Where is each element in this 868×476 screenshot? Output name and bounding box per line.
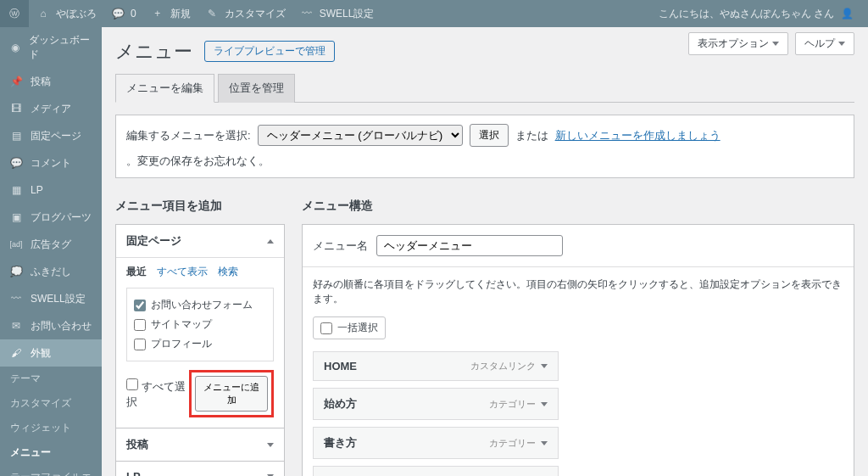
wp-logo[interactable]: ⓦ (0, 0, 29, 27)
subitem-widget[interactable]: ウィジェット (0, 416, 102, 440)
swell-label: SWELL設定 (320, 7, 375, 21)
caret-down-icon (772, 42, 779, 46)
comment-icon: 💬 (110, 6, 125, 21)
new-link[interactable]: +新規 (143, 0, 198, 27)
sidebar-item-contact[interactable]: ✉お問い合わせ (0, 312, 102, 339)
highlight-box: メニューに追加 (189, 370, 274, 417)
page-icon: ▤ (8, 128, 24, 143)
brush-icon: ✎ (204, 6, 220, 21)
add-items-heading: メニュー項目を追加 (115, 199, 285, 214)
sidebar-item-posts[interactable]: 📌投稿 (0, 68, 102, 95)
page-checkbox[interactable] (134, 339, 146, 350)
caret-down-icon[interactable] (541, 402, 548, 406)
panel-pages: 固定ページ 最近 すべて表示 検索 お問い合わせフォーム サイトマップ プロフィ… (116, 225, 284, 428)
tab-manage-locations[interactable]: 位置を管理 (218, 74, 295, 103)
sidebar-item-media[interactable]: 🎞メディア (0, 95, 102, 122)
ad-icon: [ad] (8, 237, 24, 252)
sidebar-item-swell[interactable]: 〰SWELL設定 (0, 285, 102, 312)
screen-options-button[interactable]: 表示オプション (688, 32, 788, 55)
select-all[interactable]: すべて選択 (126, 378, 189, 410)
menu-structure-heading: メニュー構造 (302, 199, 854, 214)
lp-icon: ▦ (8, 182, 24, 198)
swell-icon: 〰 (299, 6, 314, 21)
customize-label: カスタマイズ (225, 7, 286, 21)
select-all-checkbox[interactable] (126, 378, 138, 390)
plus-icon: + (150, 6, 165, 21)
page-checkbox[interactable] (134, 319, 146, 331)
sidebar-item-lp[interactable]: ▦LP (0, 176, 102, 204)
menu-item[interactable]: HOMEカスタムリンク (313, 351, 559, 381)
pages-tab-recent[interactable]: 最近 (126, 265, 147, 279)
add-to-menu-button[interactable]: メニューに追加 (195, 376, 268, 412)
sidebar-item-dashboard[interactable]: ◉ダッシュボード (0, 27, 102, 68)
subitem-customize[interactable]: カスタマイズ (0, 391, 102, 416)
tab-edit-menus[interactable]: メニューを編集 (115, 74, 214, 103)
page-checkbox[interactable] (134, 300, 146, 311)
greeting[interactable]: こんにちは、やぬさんぽんちゃん さん👤 (652, 0, 861, 27)
admin-sidebar: ◉ダッシュボード 📌投稿 🎞メディア ▤固定ページ 💬コメント ▦LP ▣ブログ… (0, 27, 102, 476)
content-area: 表示オプション ヘルプ メニュー ライブプレビューで管理 メニューを編集 位置を… (102, 27, 868, 476)
appearance-icon: 🖌 (8, 345, 24, 361)
greeting-text: こんにちは、やぬさんぽんちゃん さん (659, 7, 834, 21)
panel-pages-header[interactable]: 固定ページ (116, 225, 284, 257)
page-check-item[interactable]: お問い合わせフォーム (134, 295, 266, 315)
site-link[interactable]: ⌂やぼぶろ (29, 0, 103, 27)
menu-structure-column: メニュー構造 メニュー名 好みの順番に各項目をドラッグしてください。項目の右側の… (302, 199, 854, 476)
admin-bar: ⓦ ⌂やぼぶろ 💬0 +新規 ✎カスタマイズ 〰SWELL設定 こんにちは、やぬ… (0, 0, 868, 27)
media-icon: 🎞 (8, 101, 24, 116)
or-text: または (515, 128, 548, 143)
customize-link[interactable]: ✎カスタマイズ (198, 0, 292, 27)
page-check-item[interactable]: プロフィール (134, 334, 266, 354)
dont-forget-text: 。変更の保存をお忘れなく。 (126, 154, 270, 169)
live-preview-button[interactable]: ライブプレビューで管理 (204, 41, 335, 62)
pin-icon: 📌 (8, 74, 24, 89)
comments-count: 0 (131, 8, 136, 20)
page-check-item[interactable]: サイトマップ (134, 315, 266, 334)
caret-down-icon (838, 42, 845, 46)
menu-item[interactable]: 収益化カテゴリー (313, 466, 559, 476)
subitem-tfe[interactable]: テーマファイルエディター (0, 465, 102, 476)
dashboard-icon: ◉ (8, 40, 22, 55)
subitem-theme[interactable]: テーマ (0, 367, 102, 391)
sidebar-item-appearance[interactable]: 🖌外観 (0, 339, 102, 367)
menu-selector-box: 編集するメニューを選択: ヘッダーメニュー (グローバルナビ) 選択 または新し… (115, 115, 854, 178)
menu-name-label: メニュー名 (313, 238, 368, 254)
pages-tab-search[interactable]: 検索 (218, 265, 238, 279)
sidebar-item-pages[interactable]: ▤固定ページ (0, 122, 102, 149)
swell-icon: 〰 (8, 291, 24, 306)
sidebar-item-blogparts[interactable]: ▣ブログパーツ (0, 204, 102, 231)
sidebar-item-comments[interactable]: 💬コメント (0, 149, 102, 176)
comment-icon: 💬 (8, 155, 24, 171)
bulk-select[interactable]: 一括選択 (313, 316, 386, 339)
bulk-select-checkbox[interactable] (320, 322, 332, 334)
drag-hint: 好みの順番に各項目をドラッグしてください。項目の右側の矢印をクリックすると、追加… (313, 277, 843, 306)
home-icon: ⌂ (36, 6, 51, 21)
caret-down-icon[interactable] (541, 441, 548, 445)
panel-posts-header[interactable]: 投稿 (116, 428, 284, 461)
swell-link[interactable]: 〰SWELL設定 (292, 0, 381, 27)
accordion: 固定ページ 最近 すべて表示 検索 お問い合わせフォーム サイトマップ プロフィ… (115, 224, 285, 476)
menu-select[interactable]: ヘッダーメニュー (グローバルナビ) (258, 125, 463, 146)
menu-name-input[interactable] (376, 235, 563, 256)
parts-icon: ▣ (8, 210, 24, 225)
caret-down-icon[interactable] (541, 364, 548, 368)
help-button[interactable]: ヘルプ (795, 32, 854, 55)
sidebar-item-adtag[interactable]: [ad]広告タグ (0, 231, 102, 258)
create-menu-link[interactable]: 新しいメニューを作成しましょう (555, 128, 721, 143)
comments-link[interactable]: 💬0 (103, 0, 143, 27)
pages-checklist: お問い合わせフォーム サイトマップ プロフィール (126, 288, 274, 361)
subitem-menu[interactable]: メニュー (0, 440, 102, 465)
page-title: メニュー (115, 39, 192, 64)
caret-down-icon (267, 443, 274, 447)
nav-tabs: メニューを編集 位置を管理 (115, 73, 854, 103)
pages-tab-all[interactable]: すべて表示 (157, 265, 208, 279)
sidebar-item-fukidashi[interactable]: 💭ふきだし (0, 258, 102, 285)
caret-up-icon (267, 239, 274, 244)
selector-label: 編集するメニューを選択: (126, 128, 251, 143)
panel-lp-header[interactable]: LP (116, 462, 284, 476)
new-label: 新規 (170, 7, 191, 21)
menu-item[interactable]: 始め方カテゴリー (313, 388, 559, 420)
balloon-icon: 💭 (8, 264, 24, 279)
menu-item[interactable]: 書き方カテゴリー (313, 427, 559, 459)
select-button[interactable]: 選択 (470, 124, 509, 147)
